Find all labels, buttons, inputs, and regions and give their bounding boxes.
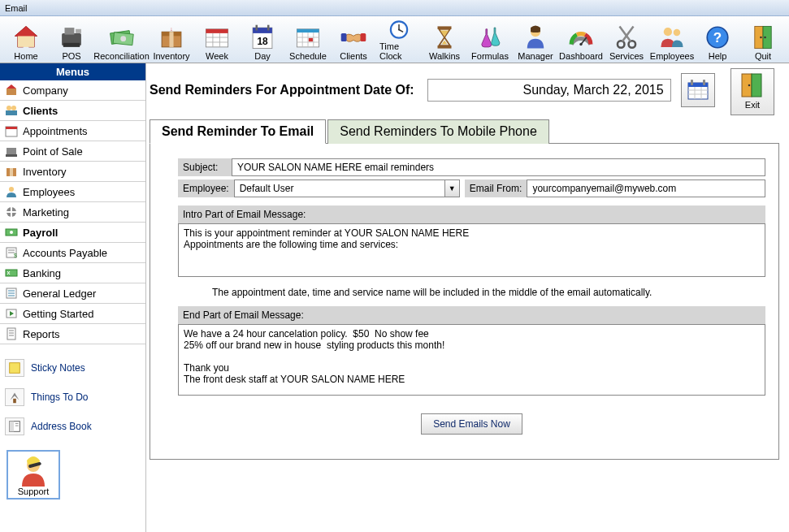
sidebar-item-payroll[interactable]: Payroll <box>0 223 145 243</box>
toolbar-help[interactable]: ?Help <box>698 18 737 61</box>
toolbar-week[interactable]: Week <box>197 18 236 61</box>
sidebar-item-getstarted[interactable]: Getting Started <box>0 304 145 324</box>
todo-icon <box>5 388 24 406</box>
exit-label: Exit <box>731 100 774 110</box>
svg-rect-77 <box>6 270 17 276</box>
toolbar-label: Manager <box>518 51 553 61</box>
svg-rect-33 <box>341 33 347 41</box>
intro-message-textarea[interactable] <box>178 223 765 277</box>
exit-button[interactable]: Exit <box>730 68 774 115</box>
toolbar-quit[interactable]: Quit <box>743 18 782 61</box>
toolbar-day[interactable]: 18Day <box>243 18 282 61</box>
sidebar-item-label: Reports <box>23 328 60 340</box>
sidebar-item-reports[interactable]: Reports <box>0 324 145 344</box>
sidebar-link-sticky[interactable]: Sticky Notes <box>0 356 145 380</box>
sidebar-item-banking[interactable]: Banking <box>0 263 145 283</box>
sidebar-item-ap[interactable]: $Accounts Payable <box>0 243 145 263</box>
svg-point-72 <box>10 231 13 234</box>
svg-rect-64 <box>6 154 17 157</box>
toolbar-label: Help <box>709 51 727 61</box>
sidebar-item-pointofsale[interactable]: Point of Sale <box>0 141 145 162</box>
sidebar: Menus CompanyClientsAppointmentsPoint of… <box>0 63 146 532</box>
sidebar-item-label: Getting Started <box>23 308 93 320</box>
calendar-picker-button[interactable] <box>681 73 715 107</box>
toolbar-label: Quit <box>755 51 771 61</box>
main-toolbar: HomePOSReconciliation↓InventoryWeek18Day… <box>0 16 789 63</box>
sidebar-item-label: Point of Sale <box>23 145 83 158</box>
toolbar-pos[interactable]: POS <box>52 18 91 61</box>
svg-rect-56 <box>7 89 16 95</box>
toolbar-label: Employees <box>650 51 694 61</box>
tab-bar: Send Reminder To Email Send Reminders To… <box>150 119 779 144</box>
toolbar-home[interactable]: Home <box>7 18 46 61</box>
appointment-date-field[interactable]: Sunday, March 22, 2015 <box>427 79 671 102</box>
toolbar-label: Clients <box>340 51 367 61</box>
toolbar-label: Formulas <box>471 51 509 61</box>
toolbar-timeclock[interactable]: Time Clock <box>379 18 418 61</box>
emailfrom-input[interactable] <box>527 179 765 197</box>
sidebar-header: Menus <box>0 63 145 80</box>
svg-rect-70 <box>7 211 16 213</box>
toolbar-services[interactable]: Services <box>607 18 646 61</box>
sidebar-item-label: Company <box>23 84 68 97</box>
sidebar-item-label: Accounts Payable <box>23 247 107 259</box>
employee-dropdown-button[interactable]: ▼ <box>445 179 460 197</box>
sidebar-item-clients[interactable]: Clients <box>0 101 145 121</box>
svg-rect-15 <box>206 29 228 33</box>
svg-rect-91 <box>10 422 14 432</box>
sidebar-item-appointments[interactable]: Appointments <box>0 121 145 141</box>
svg-rect-12 <box>169 32 173 47</box>
tab-email[interactable]: Send Reminder To Email <box>150 119 326 144</box>
toolbar-label: Inventory <box>153 51 189 61</box>
svg-rect-62 <box>6 127 17 129</box>
svg-rect-32 <box>309 38 313 41</box>
toolbar-label: Services <box>609 51 644 61</box>
svg-point-43 <box>579 43 582 45</box>
svg-text:18: 18 <box>257 36 268 47</box>
svg-rect-88 <box>10 363 20 374</box>
auto-note: The appointment date, time and service n… <box>212 287 765 298</box>
toolbar-label: POS <box>62 51 80 61</box>
sidebar-item-label: General Ledger <box>23 288 96 300</box>
page-title: Send Reminders For Appointment Date Of: <box>150 83 414 97</box>
toolbar-employees[interactable]: Employees <box>652 18 691 61</box>
svg-rect-97 <box>752 74 761 97</box>
sidebar-item-company[interactable]: Company <box>0 80 145 101</box>
sidebar-link-todo[interactable]: Things To Do <box>0 385 145 409</box>
send-emails-button[interactable]: Send Emails Now <box>421 413 522 435</box>
sidebar-item-gl[interactable]: General Ledger <box>0 283 145 304</box>
svg-rect-6 <box>76 29 81 33</box>
sidebar-item-label: Employees <box>23 186 75 198</box>
toolbar-schedule[interactable]: Schedule <box>288 18 327 61</box>
svg-marker-57 <box>7 84 16 89</box>
toolbar-walkins[interactable]: Walkins <box>425 18 464 61</box>
end-message-textarea[interactable] <box>178 324 765 396</box>
employee-select[interactable] <box>234 179 445 197</box>
tab-mobile-phone[interactable]: Send Reminders To Mobile Phone <box>327 119 549 144</box>
sticky-icon <box>5 359 24 377</box>
toolbar-inventory[interactable]: ↓Inventory <box>152 18 191 61</box>
svg-rect-22 <box>256 25 258 31</box>
svg-rect-4 <box>65 28 75 35</box>
svg-rect-1 <box>18 36 34 47</box>
svg-point-38 <box>398 28 400 30</box>
svg-point-49 <box>674 29 681 37</box>
toolbar-clients[interactable]: Clients <box>334 18 373 61</box>
toolbar-label: Home <box>14 51 37 61</box>
sidebar-item-label: Banking <box>23 267 61 279</box>
subject-input[interactable] <box>232 158 765 176</box>
sidebar-item-inventory[interactable]: Inventory <box>0 162 145 182</box>
sidebar-item-employees[interactable]: Employees <box>0 182 145 202</box>
toolbar-manager[interactable]: Manager <box>516 18 555 61</box>
sidebar-item-label: Clients <box>23 105 58 117</box>
toolbar-formulas[interactable]: Formulas <box>470 18 509 61</box>
svg-rect-23 <box>267 25 270 31</box>
sidebar-link-address[interactable]: Address Book <box>0 414 145 439</box>
toolbar-label: Day <box>254 51 271 61</box>
sidebar-item-marketing[interactable]: Marketing <box>0 202 145 223</box>
toolbar-label: Reconciliation <box>93 51 149 61</box>
toolbar-dashboard[interactable]: Dashboard <box>561 18 600 61</box>
toolbar-reconciliation[interactable]: Reconciliation <box>98 18 145 61</box>
support-button[interactable]: Support <box>7 450 60 500</box>
svg-rect-34 <box>361 33 366 41</box>
